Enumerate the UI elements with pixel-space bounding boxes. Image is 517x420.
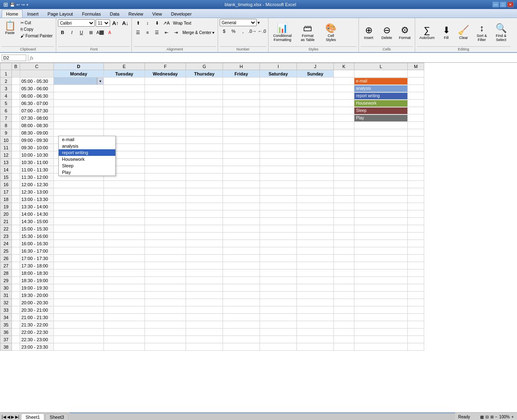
cell-styles-button[interactable]: 🎨 Cell Styles [321,22,341,43]
cell-j30[interactable] [297,284,334,292]
cell-b14[interactable] [12,166,20,173]
cell-i18[interactable] [260,196,297,203]
cell-b34[interactable] [12,314,20,321]
cell-g8[interactable] [186,122,223,129]
cell-h29[interactable] [223,277,260,284]
cell-d8[interactable] [54,122,104,129]
cell-m29[interactable] [408,277,424,284]
percent-button[interactable]: % [229,27,238,35]
cell-b35[interactable] [12,321,20,329]
cell-l6[interactable]: Sleep [354,107,408,114]
find-select-button[interactable]: 🔍 Find & Select [492,22,510,43]
cell-h21[interactable] [223,218,260,225]
cell-h16[interactable] [223,181,260,188]
tab-formulas[interactable]: Formulas [78,9,106,18]
cell-b12[interactable] [12,151,20,159]
cell-c24[interactable]: 16:00 - 16:30 [20,240,54,247]
col-header-m[interactable]: M [408,63,424,70]
cell-f8[interactable] [145,122,186,129]
cell-k31[interactable] [334,292,354,299]
cell-e9[interactable] [104,129,145,137]
cell-c22[interactable]: 15:00 - 15:30 [20,225,54,233]
cell-h14[interactable] [223,166,260,173]
cell-h25[interactable] [223,247,260,255]
cell-m32[interactable] [408,299,424,306]
dropdown-item-email[interactable]: e-mail [59,136,115,143]
cell-k26[interactable] [334,255,354,262]
cell-j20[interactable] [297,210,334,218]
cell-k14[interactable] [334,166,354,173]
sheet-scroll-area[interactable]: B C D E F G H I J [0,63,517,412]
cell-j27[interactable] [297,262,334,269]
cell-c18[interactable]: 13:00 - 13:30 [20,196,54,203]
cell-j6[interactable] [297,107,334,114]
cell-d19[interactable] [54,203,104,210]
cell-l17[interactable] [354,188,408,196]
cut-button[interactable]: ✂ Cut [19,20,54,26]
cell-f36[interactable] [145,329,186,336]
cell-m15[interactable] [408,173,424,181]
cell-d16[interactable] [54,181,104,188]
sheet-tab-sheet3[interactable]: Sheet3 [45,413,69,420]
cell-e38[interactable] [104,343,145,351]
cell-h11[interactable] [223,144,260,151]
cell-i35[interactable] [260,321,297,329]
function-icon[interactable]: 𝑓𝑥 [30,55,33,61]
cell-g26[interactable] [186,255,223,262]
cell-b19[interactable] [12,203,20,210]
dropdown-item-play[interactable]: Play [59,169,115,176]
col-header-j[interactable]: J [297,63,334,70]
cell-c32[interactable]: 20:00 - 20:30 [20,299,54,306]
cell-e4[interactable] [104,92,145,100]
cell-f24[interactable] [145,240,186,247]
cell-m38[interactable] [408,343,424,351]
cell-i6[interactable] [260,107,297,114]
cell-g11[interactable] [186,144,223,151]
cell-h17[interactable] [223,188,260,196]
cell-h35[interactable] [223,321,260,329]
cell-i30[interactable] [260,284,297,292]
cell-k1[interactable] [334,70,354,78]
cell-h12[interactable] [223,151,260,159]
cell-k9[interactable] [334,129,354,137]
cell-e30[interactable] [104,284,145,292]
cell-k19[interactable] [334,203,354,210]
cell-m20[interactable] [408,210,424,218]
cell-m6[interactable] [408,107,424,114]
cell-c4[interactable]: 06:00 - 06:30 [20,92,54,100]
font-color-button[interactable]: A [105,28,114,37]
cell-d24[interactable] [54,240,104,247]
cell-h34[interactable] [223,314,260,321]
cell-f13[interactable] [145,159,186,166]
cell-h2[interactable] [223,78,260,85]
cell-i23[interactable] [260,233,297,240]
cell-d3[interactable] [54,85,104,92]
cell-h1[interactable]: Friday [223,70,260,78]
cell-j7[interactable] [297,114,334,122]
autosum-button[interactable]: ∑ AutoSum [417,24,437,41]
cell-j22[interactable] [297,225,334,233]
cell-k38[interactable] [334,343,354,351]
cell-j28[interactable] [297,269,334,277]
cell-g30[interactable] [186,284,223,292]
cell-h23[interactable] [223,233,260,240]
cell-m16[interactable] [408,181,424,188]
cell-b2[interactable] [12,78,20,85]
cell-d27[interactable] [54,262,104,269]
text-angle-button[interactable]: ↗A [162,19,171,27]
cell-f3[interactable] [145,85,186,92]
cell-l34[interactable] [354,314,408,321]
cell-i22[interactable] [260,225,297,233]
cell-f26[interactable] [145,255,186,262]
tab-insert[interactable]: Insert [23,9,43,18]
increase-decimal-button[interactable]: .0→ [248,27,257,35]
cell-c27[interactable]: 17:30 - 18:00 [20,262,54,269]
cell-j24[interactable] [297,240,334,247]
underline-button[interactable]: U [77,28,86,37]
cell-h8[interactable] [223,122,260,129]
quick-access-save[interactable]: 💾 [10,2,15,7]
cell-m12[interactable] [408,151,424,159]
cell-f17[interactable] [145,188,186,196]
cell-l19[interactable] [354,203,408,210]
comma-button[interactable]: , [239,27,248,35]
